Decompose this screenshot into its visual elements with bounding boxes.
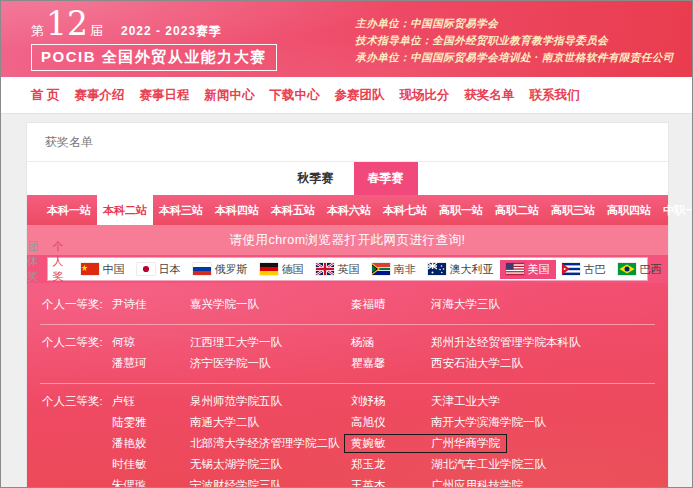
winner-name: 卢钰 <box>112 394 190 409</box>
browser-notice: 请使用chrom浏览器打开此网页进行查询! <box>27 225 668 255</box>
app-window: 第 12 届 2022 - 2023赛季 POCIB 全国外贸从业能力大赛 主办… <box>0 0 693 488</box>
nav-link[interactable]: 下载中心 <box>269 87 319 104</box>
za-flag-icon <box>372 263 390 275</box>
award-section: 个人二等奖:何琼江西理工大学一队杨涵郑州升达经贸管理学院本科队潘慧珂济宁医学院一… <box>40 325 655 384</box>
winner-pair: 郑玉龙湖北汽车工业学院三队 <box>344 455 553 474</box>
station-tab[interactable]: 高职四站 <box>601 195 657 225</box>
award-row: 陆雯雅南通大学二队高旭仪南开大学滨海学院一队 <box>40 412 655 433</box>
winner-name: 潘艳姣 <box>112 436 190 451</box>
nav-link[interactable]: 赛事日程 <box>139 87 189 104</box>
station-tab[interactable]: 本科六站 <box>321 195 377 225</box>
country-label: 巴西 <box>640 262 662 277</box>
country-filter-de[interactable]: 德国 <box>254 260 310 279</box>
school-name: 江西理工大学一队 <box>190 335 350 350</box>
jp-flag-icon <box>137 263 155 275</box>
station-tab[interactable]: 本科二站 <box>97 195 153 225</box>
nav-link[interactable]: 现场比分 <box>399 87 449 104</box>
winner-name: 刘妤杨 <box>351 394 431 409</box>
main-area: 获奖名单 秋季赛春季赛 本科一站本科二站本科三站本科四站本科五站本科六站本科七站… <box>1 113 692 488</box>
page-title: 获奖名单 <box>27 123 668 162</box>
station-tab[interactable]: 本科五站 <box>265 195 321 225</box>
school-name: 泉州师范学院五队 <box>190 394 350 409</box>
organizer-lines: 主办单位：中国国际贸易学会技术指导单位：全国外经贸职业教育教学指导委员会承办单位… <box>355 15 674 66</box>
season-tab[interactable]: 春季赛 <box>354 162 418 195</box>
country-label: 古巴 <box>584 262 606 277</box>
school-name: 嘉兴学院一队 <box>190 297 350 312</box>
nav-link[interactable]: 赛事介绍 <box>74 87 124 104</box>
nav-link[interactable]: 联系我们 <box>529 87 579 104</box>
nav-link[interactable]: 获奖名单 <box>464 87 514 104</box>
country-label: 美国 <box>528 262 550 277</box>
country-filter-us[interactable]: 美国 <box>500 260 556 279</box>
organizer-line: 主办单位：中国国际贸易学会 <box>355 15 674 32</box>
country-label: 南非 <box>394 262 416 277</box>
school-name: 河海大学三队 <box>431 297 500 312</box>
nav-link[interactable]: 首 页 <box>31 87 59 104</box>
winner-name: 何琼 <box>112 335 190 350</box>
filter-strip: 团体奖项 个人奖项: 中国日本俄罗斯德国英国南非澳大利亚美国古巴巴西 <box>27 255 668 283</box>
country-filter-cu[interactable]: 古巴 <box>556 260 612 279</box>
school-name: 南通大学二队 <box>190 415 350 430</box>
winner-name: 高旭仪 <box>351 415 431 430</box>
award-row: 个人二等奖:何琼江西理工大学一队杨涵郑州升达经贸管理学院本科队 <box>40 332 655 353</box>
country-filter-jp[interactable]: 日本 <box>131 260 187 279</box>
station-tab[interactable]: 高职一站 <box>433 195 489 225</box>
country-filter-bar: 团体奖项 个人奖项: 中国日本俄罗斯德国英国南非澳大利亚美国古巴巴西 <box>47 257 648 281</box>
station-tab[interactable]: 中职一站 <box>657 195 693 225</box>
country-filter-gb[interactable]: 英国 <box>310 260 366 279</box>
school-name: 宁波财经学院三队 <box>190 478 350 488</box>
season-tab[interactable]: 秋季赛 <box>284 162 348 195</box>
school-name: 郑州升达经贸管理学院本科队 <box>431 335 581 350</box>
award-rank-label: 个人三等奖: <box>42 394 112 409</box>
winner-name: 郑玉龙 <box>351 457 431 472</box>
country-filter-ru[interactable]: 俄罗斯 <box>187 260 254 279</box>
country-filter-br[interactable]: 巴西 <box>612 260 668 279</box>
edition-line: 第 12 届 2022 - 2023赛季 <box>31 9 277 40</box>
country-label: 日本 <box>159 262 181 277</box>
winner-name: 潘慧珂 <box>112 356 190 371</box>
us-flag-icon <box>506 263 524 275</box>
station-tab[interactable]: 本科三站 <box>153 195 209 225</box>
highlighted-winner-pair: 黄婉敏广州华商学院 <box>344 434 507 453</box>
winner-name: 陆雯雅 <box>112 415 190 430</box>
award-rank-label: 个人二等奖: <box>42 335 112 350</box>
winner-name: 黄婉敏 <box>351 436 431 451</box>
station-tab[interactable]: 高职二站 <box>489 195 545 225</box>
station-tab[interactable]: 本科七站 <box>377 195 433 225</box>
winner-name: 时佳敏 <box>112 457 190 472</box>
awards-card: 获奖名单 秋季赛春季赛 本科一站本科二站本科三站本科四站本科五站本科六站本科七站… <box>26 122 669 488</box>
school-name: 北部湾大学经济管理学院二队 <box>190 436 350 451</box>
site-header: 第 12 届 2022 - 2023赛季 POCIB 全国外贸从业能力大赛 主办… <box>1 1 692 77</box>
country-filter-au[interactable]: 澳大利亚 <box>422 260 500 279</box>
nav-bar: 首 页赛事介绍赛事日程新闻中心下载中心参赛团队现场比分获奖名单联系我们 <box>1 77 692 113</box>
award-row: 个人三等奖:卢钰泉州师范学院五队刘妤杨天津工业大学 <box>40 391 655 412</box>
station-tab[interactable]: 高职三站 <box>545 195 601 225</box>
school-name: 西安石油大学二队 <box>431 356 523 371</box>
season-tabs: 秋季赛春季赛 <box>27 162 668 195</box>
winner-pair: 王英杰广州应用科技学院 <box>344 476 530 488</box>
nav-link[interactable]: 新闻中心 <box>204 87 254 104</box>
award-row: 潘艳姣北部湾大学经济管理学院二队黄婉敏广州华商学院 <box>40 433 655 454</box>
school-name: 广州应用科技学院 <box>431 478 523 488</box>
school-name: 广州华商学院 <box>431 436 500 451</box>
winner-pair: 高旭仪南开大学滨海学院一队 <box>344 413 553 432</box>
winner-name: 朱偲璇 <box>112 478 190 488</box>
school-name: 南开大学滨海学院一队 <box>431 415 546 430</box>
country-label: 英国 <box>338 262 360 277</box>
site-logo: 第 12 届 2022 - 2023赛季 POCIB 全国外贸从业能力大赛 <box>31 9 277 71</box>
country-filter-cn[interactable]: 中国 <box>75 260 131 279</box>
edition-prefix: 第 <box>31 22 44 40</box>
station-tab[interactable]: 本科四站 <box>209 195 265 225</box>
winner-pair: 刘妤杨天津工业大学 <box>344 392 507 411</box>
winner-pair: 杨涵郑州升达经贸管理学院本科队 <box>344 333 588 352</box>
cn-flag-icon <box>81 263 99 275</box>
station-tab[interactable]: 本科一站 <box>41 195 97 225</box>
br-flag-icon <box>618 263 636 275</box>
country-filter-za[interactable]: 南非 <box>366 260 422 279</box>
winner-name: 杨涵 <box>351 335 431 350</box>
award-row: 个人一等奖:尹诗佳嘉兴学院一队秦福晴河海大学三队 <box>40 294 655 315</box>
nav-link[interactable]: 参赛团队 <box>334 87 384 104</box>
country-label: 中国 <box>103 262 125 277</box>
school-name: 济宁医学院一队 <box>190 356 350 371</box>
school-name: 无锡太湖学院三队 <box>190 457 350 472</box>
